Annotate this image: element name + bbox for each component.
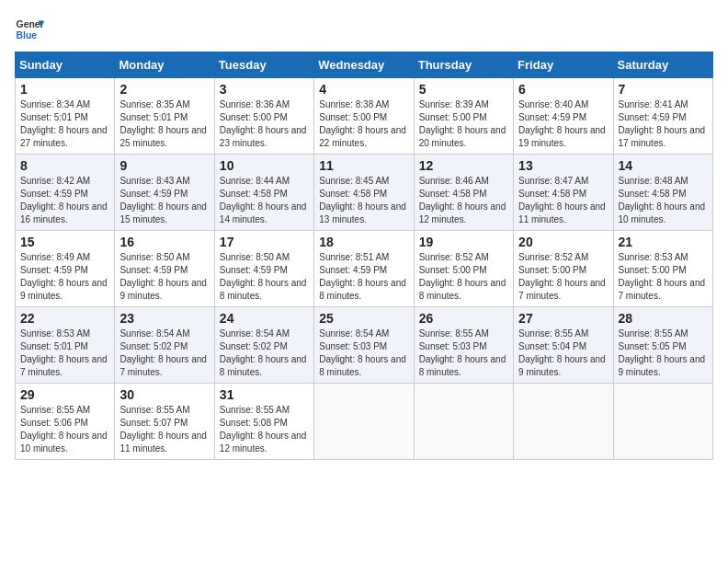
- header-sunday: Sunday: [16, 52, 115, 78]
- day-cell: [314, 384, 414, 460]
- day-number: 10: [220, 158, 309, 173]
- day-cell: [613, 384, 712, 460]
- day-number: 11: [319, 158, 408, 173]
- day-info: Sunrise: 8:53 AMSunset: 5:00 PMDaylight:…: [619, 252, 706, 301]
- header-saturday: Saturday: [613, 52, 712, 78]
- week-row-1: 1Sunrise: 8:34 AMSunset: 5:01 PMDaylight…: [16, 78, 713, 155]
- day-info: Sunrise: 8:42 AMSunset: 4:59 PMDaylight:…: [20, 176, 108, 224]
- header-thursday: Thursday: [414, 52, 513, 78]
- day-cell: 13Sunrise: 8:47 AMSunset: 4:58 PMDayligh…: [514, 155, 613, 231]
- day-info: Sunrise: 8:36 AMSunset: 5:00 PMDaylight:…: [220, 99, 307, 148]
- day-number: 27: [518, 311, 608, 326]
- day-cell: 30Sunrise: 8:55 AMSunset: 5:07 PMDayligh…: [115, 384, 214, 460]
- day-info: Sunrise: 8:52 AMSunset: 5:00 PMDaylight:…: [518, 252, 606, 301]
- day-number: 22: [20, 311, 109, 326]
- week-row-5: 29Sunrise: 8:55 AMSunset: 5:06 PMDayligh…: [16, 384, 713, 460]
- day-info: Sunrise: 8:55 AMSunset: 5:08 PMDaylight:…: [220, 405, 307, 454]
- day-cell: 25Sunrise: 8:54 AMSunset: 5:03 PMDayligh…: [314, 307, 414, 384]
- day-info: Sunrise: 8:53 AMSunset: 5:01 PMDaylight:…: [20, 328, 108, 377]
- header-wednesday: Wednesday: [314, 52, 414, 78]
- day-info: Sunrise: 8:39 AMSunset: 5:00 PMDaylight:…: [419, 99, 506, 148]
- day-number: 8: [20, 158, 109, 173]
- header-tuesday: Tuesday: [214, 52, 313, 78]
- day-cell: [514, 384, 613, 460]
- day-cell: 27Sunrise: 8:55 AMSunset: 5:04 PMDayligh…: [514, 307, 613, 384]
- day-info: Sunrise: 8:55 AMSunset: 5:05 PMDaylight:…: [619, 328, 706, 377]
- day-number: 13: [518, 158, 608, 173]
- day-number: 28: [619, 311, 708, 326]
- day-info: Sunrise: 8:50 AMSunset: 4:59 PMDaylight:…: [119, 252, 207, 301]
- day-cell: 12Sunrise: 8:46 AMSunset: 4:58 PMDayligh…: [414, 155, 513, 231]
- day-cell: 24Sunrise: 8:54 AMSunset: 5:02 PMDayligh…: [214, 307, 313, 384]
- day-cell: 7Sunrise: 8:41 AMSunset: 4:59 PMDaylight…: [613, 78, 712, 155]
- week-row-3: 15Sunrise: 8:49 AMSunset: 4:59 PMDayligh…: [16, 231, 713, 307]
- day-number: 6: [518, 82, 608, 97]
- day-info: Sunrise: 8:40 AMSunset: 4:59 PMDaylight:…: [518, 99, 606, 148]
- day-cell: 20Sunrise: 8:52 AMSunset: 5:00 PMDayligh…: [514, 231, 613, 307]
- day-number: 26: [419, 311, 508, 326]
- day-cell: 29Sunrise: 8:55 AMSunset: 5:06 PMDayligh…: [16, 384, 115, 460]
- day-number: 31: [220, 387, 309, 402]
- day-info: Sunrise: 8:47 AMSunset: 4:58 PMDaylight:…: [518, 176, 606, 224]
- day-info: Sunrise: 8:54 AMSunset: 5:03 PMDaylight:…: [319, 328, 406, 377]
- day-number: 25: [319, 311, 408, 326]
- day-number: 24: [220, 311, 309, 326]
- day-info: Sunrise: 8:35 AMSunset: 5:01 PMDaylight:…: [119, 99, 207, 148]
- day-info: Sunrise: 8:49 AMSunset: 4:59 PMDaylight:…: [20, 252, 108, 301]
- day-cell: 26Sunrise: 8:55 AMSunset: 5:03 PMDayligh…: [414, 307, 513, 384]
- logo-icon: General Blue: [15, 15, 44, 44]
- day-cell: 11Sunrise: 8:45 AMSunset: 4:58 PMDayligh…: [314, 155, 414, 231]
- day-cell: 19Sunrise: 8:52 AMSunset: 5:00 PMDayligh…: [414, 231, 513, 307]
- day-cell: 8Sunrise: 8:42 AMSunset: 4:59 PMDaylight…: [16, 155, 115, 231]
- page-header: General Blue: [15, 15, 713, 44]
- day-number: 4: [319, 82, 408, 97]
- day-number: 23: [119, 311, 209, 326]
- day-info: Sunrise: 8:51 AMSunset: 4:59 PMDaylight:…: [319, 252, 406, 301]
- day-number: 9: [119, 158, 209, 173]
- day-number: 30: [119, 387, 209, 402]
- day-cell: 14Sunrise: 8:48 AMSunset: 4:58 PMDayligh…: [613, 155, 712, 231]
- day-number: 2: [119, 82, 209, 97]
- day-number: 7: [619, 82, 708, 97]
- day-info: Sunrise: 8:55 AMSunset: 5:06 PMDaylight:…: [20, 405, 108, 454]
- day-info: Sunrise: 8:44 AMSunset: 4:58 PMDaylight:…: [220, 176, 307, 224]
- day-info: Sunrise: 8:41 AMSunset: 4:59 PMDaylight:…: [619, 99, 706, 148]
- day-info: Sunrise: 8:50 AMSunset: 4:59 PMDaylight:…: [220, 252, 307, 301]
- day-cell: 9Sunrise: 8:43 AMSunset: 4:59 PMDaylight…: [115, 155, 214, 231]
- day-cell: 10Sunrise: 8:44 AMSunset: 4:58 PMDayligh…: [214, 155, 313, 231]
- header-monday: Monday: [115, 52, 214, 78]
- day-info: Sunrise: 8:46 AMSunset: 4:58 PMDaylight:…: [419, 176, 506, 224]
- day-cell: 23Sunrise: 8:54 AMSunset: 5:02 PMDayligh…: [115, 307, 214, 384]
- day-info: Sunrise: 8:48 AMSunset: 4:58 PMDaylight:…: [619, 176, 706, 224]
- week-row-4: 22Sunrise: 8:53 AMSunset: 5:01 PMDayligh…: [16, 307, 713, 384]
- day-cell: 17Sunrise: 8:50 AMSunset: 4:59 PMDayligh…: [214, 231, 313, 307]
- day-cell: 5Sunrise: 8:39 AMSunset: 5:00 PMDaylight…: [414, 78, 513, 155]
- day-number: 17: [220, 235, 309, 249]
- day-number: 20: [518, 235, 608, 249]
- day-cell: 3Sunrise: 8:36 AMSunset: 5:00 PMDaylight…: [214, 78, 313, 155]
- day-number: 21: [619, 235, 708, 249]
- day-number: 18: [319, 235, 408, 249]
- logo: General Blue: [15, 15, 44, 44]
- header-friday: Friday: [514, 52, 613, 78]
- day-cell: 2Sunrise: 8:35 AMSunset: 5:01 PMDaylight…: [115, 78, 214, 155]
- day-number: 12: [419, 158, 508, 173]
- day-info: Sunrise: 8:55 AMSunset: 5:04 PMDaylight:…: [518, 328, 606, 377]
- day-info: Sunrise: 8:43 AMSunset: 4:59 PMDaylight:…: [119, 176, 207, 224]
- day-cell: 1Sunrise: 8:34 AMSunset: 5:01 PMDaylight…: [16, 78, 115, 155]
- day-cell: 4Sunrise: 8:38 AMSunset: 5:00 PMDaylight…: [314, 78, 414, 155]
- day-info: Sunrise: 8:34 AMSunset: 5:01 PMDaylight:…: [20, 99, 108, 148]
- day-cell: 28Sunrise: 8:55 AMSunset: 5:05 PMDayligh…: [613, 307, 712, 384]
- day-cell: 21Sunrise: 8:53 AMSunset: 5:00 PMDayligh…: [613, 231, 712, 307]
- day-info: Sunrise: 8:54 AMSunset: 5:02 PMDaylight:…: [220, 328, 307, 377]
- day-info: Sunrise: 8:52 AMSunset: 5:00 PMDaylight:…: [419, 252, 506, 301]
- svg-text:Blue: Blue: [17, 30, 38, 40]
- day-info: Sunrise: 8:38 AMSunset: 5:00 PMDaylight:…: [319, 99, 406, 148]
- week-row-2: 8Sunrise: 8:42 AMSunset: 4:59 PMDaylight…: [16, 155, 713, 231]
- day-cell: 15Sunrise: 8:49 AMSunset: 4:59 PMDayligh…: [16, 231, 115, 307]
- day-number: 15: [20, 235, 109, 249]
- day-number: 5: [419, 82, 508, 97]
- day-number: 19: [419, 235, 508, 249]
- day-number: 29: [20, 387, 109, 402]
- day-info: Sunrise: 8:45 AMSunset: 4:58 PMDaylight:…: [319, 176, 406, 224]
